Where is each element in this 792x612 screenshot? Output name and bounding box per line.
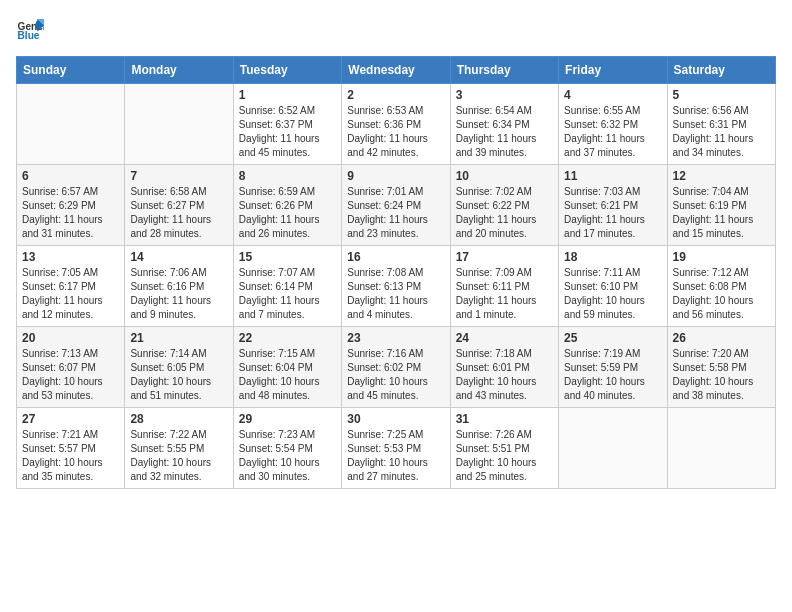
day-number: 22 (239, 331, 336, 345)
week-row-1: 1Sunrise: 6:52 AM Sunset: 6:37 PM Daylig… (17, 84, 776, 165)
column-header-monday: Monday (125, 57, 233, 84)
calendar-cell: 13Sunrise: 7:05 AM Sunset: 6:17 PM Dayli… (17, 246, 125, 327)
day-info: Sunrise: 7:01 AM Sunset: 6:24 PM Dayligh… (347, 185, 444, 241)
day-number: 31 (456, 412, 553, 426)
logo: General Blue (16, 16, 44, 44)
calendar-cell: 11Sunrise: 7:03 AM Sunset: 6:21 PM Dayli… (559, 165, 667, 246)
calendar-cell: 29Sunrise: 7:23 AM Sunset: 5:54 PM Dayli… (233, 408, 341, 489)
calendar-cell: 12Sunrise: 7:04 AM Sunset: 6:19 PM Dayli… (667, 165, 775, 246)
day-number: 3 (456, 88, 553, 102)
calendar-cell: 25Sunrise: 7:19 AM Sunset: 5:59 PM Dayli… (559, 327, 667, 408)
day-info: Sunrise: 7:06 AM Sunset: 6:16 PM Dayligh… (130, 266, 227, 322)
calendar-cell: 23Sunrise: 7:16 AM Sunset: 6:02 PM Dayli… (342, 327, 450, 408)
day-number: 18 (564, 250, 661, 264)
day-info: Sunrise: 6:52 AM Sunset: 6:37 PM Dayligh… (239, 104, 336, 160)
page-header: General Blue (16, 16, 776, 44)
logo-icon: General Blue (16, 16, 44, 44)
day-info: Sunrise: 7:16 AM Sunset: 6:02 PM Dayligh… (347, 347, 444, 403)
calendar-cell: 26Sunrise: 7:20 AM Sunset: 5:58 PM Dayli… (667, 327, 775, 408)
day-info: Sunrise: 6:54 AM Sunset: 6:34 PM Dayligh… (456, 104, 553, 160)
calendar-cell: 21Sunrise: 7:14 AM Sunset: 6:05 PM Dayli… (125, 327, 233, 408)
day-number: 29 (239, 412, 336, 426)
day-number: 11 (564, 169, 661, 183)
calendar-cell: 8Sunrise: 6:59 AM Sunset: 6:26 PM Daylig… (233, 165, 341, 246)
calendar-cell: 31Sunrise: 7:26 AM Sunset: 5:51 PM Dayli… (450, 408, 558, 489)
day-info: Sunrise: 6:53 AM Sunset: 6:36 PM Dayligh… (347, 104, 444, 160)
day-number: 1 (239, 88, 336, 102)
calendar-cell: 22Sunrise: 7:15 AM Sunset: 6:04 PM Dayli… (233, 327, 341, 408)
column-header-sunday: Sunday (17, 57, 125, 84)
week-row-3: 13Sunrise: 7:05 AM Sunset: 6:17 PM Dayli… (17, 246, 776, 327)
calendar-cell: 5Sunrise: 6:56 AM Sunset: 6:31 PM Daylig… (667, 84, 775, 165)
day-number: 15 (239, 250, 336, 264)
calendar-cell: 9Sunrise: 7:01 AM Sunset: 6:24 PM Daylig… (342, 165, 450, 246)
day-info: Sunrise: 7:13 AM Sunset: 6:07 PM Dayligh… (22, 347, 119, 403)
calendar-cell: 18Sunrise: 7:11 AM Sunset: 6:10 PM Dayli… (559, 246, 667, 327)
day-info: Sunrise: 7:15 AM Sunset: 6:04 PM Dayligh… (239, 347, 336, 403)
day-info: Sunrise: 6:59 AM Sunset: 6:26 PM Dayligh… (239, 185, 336, 241)
column-header-tuesday: Tuesday (233, 57, 341, 84)
calendar-cell (667, 408, 775, 489)
day-number: 26 (673, 331, 770, 345)
day-info: Sunrise: 7:18 AM Sunset: 6:01 PM Dayligh… (456, 347, 553, 403)
day-info: Sunrise: 7:04 AM Sunset: 6:19 PM Dayligh… (673, 185, 770, 241)
day-info: Sunrise: 7:26 AM Sunset: 5:51 PM Dayligh… (456, 428, 553, 484)
day-info: Sunrise: 6:55 AM Sunset: 6:32 PM Dayligh… (564, 104, 661, 160)
calendar-cell: 3Sunrise: 6:54 AM Sunset: 6:34 PM Daylig… (450, 84, 558, 165)
calendar-cell: 7Sunrise: 6:58 AM Sunset: 6:27 PM Daylig… (125, 165, 233, 246)
day-number: 13 (22, 250, 119, 264)
calendar-cell: 6Sunrise: 6:57 AM Sunset: 6:29 PM Daylig… (17, 165, 125, 246)
calendar-cell (125, 84, 233, 165)
day-info: Sunrise: 7:14 AM Sunset: 6:05 PM Dayligh… (130, 347, 227, 403)
day-number: 21 (130, 331, 227, 345)
calendar-cell (559, 408, 667, 489)
day-info: Sunrise: 7:03 AM Sunset: 6:21 PM Dayligh… (564, 185, 661, 241)
day-number: 7 (130, 169, 227, 183)
calendar-cell: 2Sunrise: 6:53 AM Sunset: 6:36 PM Daylig… (342, 84, 450, 165)
day-number: 12 (673, 169, 770, 183)
day-number: 25 (564, 331, 661, 345)
day-number: 23 (347, 331, 444, 345)
calendar-cell: 14Sunrise: 7:06 AM Sunset: 6:16 PM Dayli… (125, 246, 233, 327)
column-header-friday: Friday (559, 57, 667, 84)
calendar-cell: 28Sunrise: 7:22 AM Sunset: 5:55 PM Dayli… (125, 408, 233, 489)
calendar-cell: 1Sunrise: 6:52 AM Sunset: 6:37 PM Daylig… (233, 84, 341, 165)
day-info: Sunrise: 7:23 AM Sunset: 5:54 PM Dayligh… (239, 428, 336, 484)
calendar-cell: 19Sunrise: 7:12 AM Sunset: 6:08 PM Dayli… (667, 246, 775, 327)
calendar-cell (17, 84, 125, 165)
day-number: 30 (347, 412, 444, 426)
day-info: Sunrise: 7:09 AM Sunset: 6:11 PM Dayligh… (456, 266, 553, 322)
day-info: Sunrise: 7:25 AM Sunset: 5:53 PM Dayligh… (347, 428, 444, 484)
day-number: 28 (130, 412, 227, 426)
day-info: Sunrise: 6:57 AM Sunset: 6:29 PM Dayligh… (22, 185, 119, 241)
calendar-cell: 17Sunrise: 7:09 AM Sunset: 6:11 PM Dayli… (450, 246, 558, 327)
calendar-cell: 27Sunrise: 7:21 AM Sunset: 5:57 PM Dayli… (17, 408, 125, 489)
day-info: Sunrise: 7:07 AM Sunset: 6:14 PM Dayligh… (239, 266, 336, 322)
day-number: 20 (22, 331, 119, 345)
week-row-4: 20Sunrise: 7:13 AM Sunset: 6:07 PM Dayli… (17, 327, 776, 408)
day-info: Sunrise: 7:08 AM Sunset: 6:13 PM Dayligh… (347, 266, 444, 322)
day-number: 5 (673, 88, 770, 102)
day-info: Sunrise: 7:11 AM Sunset: 6:10 PM Dayligh… (564, 266, 661, 322)
calendar-cell: 4Sunrise: 6:55 AM Sunset: 6:32 PM Daylig… (559, 84, 667, 165)
day-number: 9 (347, 169, 444, 183)
svg-text:Blue: Blue (18, 30, 40, 41)
day-number: 16 (347, 250, 444, 264)
day-number: 6 (22, 169, 119, 183)
day-info: Sunrise: 7:02 AM Sunset: 6:22 PM Dayligh… (456, 185, 553, 241)
column-header-saturday: Saturday (667, 57, 775, 84)
column-header-wednesday: Wednesday (342, 57, 450, 84)
day-number: 8 (239, 169, 336, 183)
day-number: 14 (130, 250, 227, 264)
column-header-thursday: Thursday (450, 57, 558, 84)
day-info: Sunrise: 7:21 AM Sunset: 5:57 PM Dayligh… (22, 428, 119, 484)
day-number: 10 (456, 169, 553, 183)
week-row-2: 6Sunrise: 6:57 AM Sunset: 6:29 PM Daylig… (17, 165, 776, 246)
calendar-table: SundayMondayTuesdayWednesdayThursdayFrid… (16, 56, 776, 489)
day-number: 4 (564, 88, 661, 102)
day-number: 24 (456, 331, 553, 345)
day-info: Sunrise: 6:58 AM Sunset: 6:27 PM Dayligh… (130, 185, 227, 241)
day-number: 27 (22, 412, 119, 426)
week-row-5: 27Sunrise: 7:21 AM Sunset: 5:57 PM Dayli… (17, 408, 776, 489)
calendar-cell: 24Sunrise: 7:18 AM Sunset: 6:01 PM Dayli… (450, 327, 558, 408)
